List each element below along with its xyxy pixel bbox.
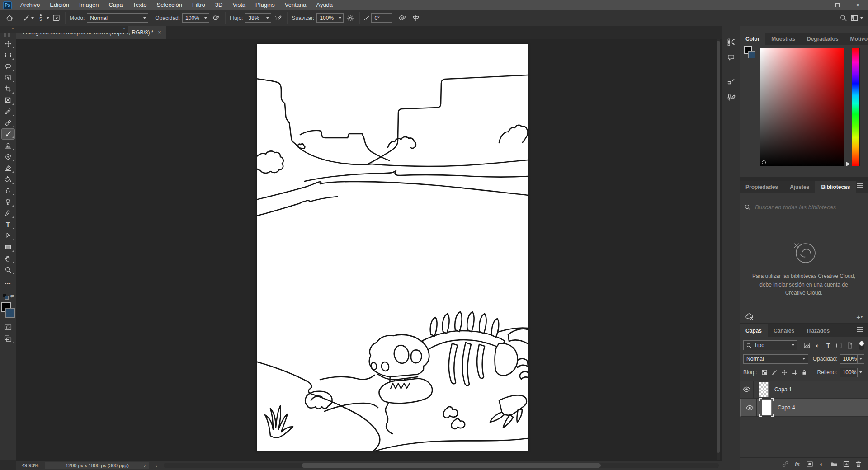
tab-motivos[interactable]: Motivos xyxy=(844,33,868,45)
layer-fill-select[interactable]: 100% xyxy=(840,368,858,377)
eraser-tool[interactable] xyxy=(1,162,15,174)
layer-name[interactable]: Capa 4 xyxy=(778,404,795,411)
layer-opacity-chevron[interactable] xyxy=(858,354,864,364)
menu-edicion[interactable]: Edición xyxy=(45,0,74,10)
tab-color[interactable]: Color xyxy=(740,33,765,45)
new-group-button[interactable] xyxy=(828,461,840,468)
menu-imagen[interactable]: Imagen xyxy=(74,0,104,10)
filter-pixel-layers-button[interactable] xyxy=(802,342,812,349)
layer-blend-mode-select[interactable]: Normal xyxy=(743,354,808,364)
restore-button[interactable] xyxy=(827,0,848,10)
blend-mode-select[interactable]: Normal xyxy=(87,13,141,23)
filter-shape-layers-button[interactable] xyxy=(834,342,844,349)
minimize-button[interactable] xyxy=(807,0,827,10)
zoom-level-field[interactable]: 49.93% xyxy=(22,463,45,468)
opacity-select[interactable]: 100% xyxy=(182,13,202,23)
artboard[interactable] xyxy=(257,44,528,451)
spot-healing-brush-tool[interactable] xyxy=(1,117,15,128)
object-selection-tool[interactable] xyxy=(1,72,15,83)
layer-fill-chevron[interactable] xyxy=(858,368,864,377)
default-swap-colors[interactable]: ⇄ xyxy=(2,294,14,300)
tab-canales[interactable]: Canales xyxy=(768,324,800,337)
pressure-opacity-button[interactable] xyxy=(209,12,223,24)
new-layer-button[interactable] xyxy=(840,461,852,468)
menu-texto[interactable]: Texto xyxy=(127,0,151,10)
layer-name[interactable]: Capa 1 xyxy=(774,386,792,393)
eyedropper-tool[interactable] xyxy=(1,106,15,117)
menu-capa[interactable]: Capa xyxy=(104,0,127,10)
path-selection-tool[interactable] xyxy=(1,230,15,241)
delete-layer-button[interactable] xyxy=(852,461,864,468)
tab-degradados[interactable]: Degradados xyxy=(801,33,844,45)
menu-3d[interactable]: 3D xyxy=(210,0,228,10)
menu-ventana[interactable]: Ventana xyxy=(280,0,311,10)
cloud-offline-icon[interactable] xyxy=(745,312,754,322)
background-color-swatch[interactable] xyxy=(748,51,755,58)
filter-type-layers-button[interactable]: T xyxy=(823,342,834,349)
link-layers-button[interactable] xyxy=(779,461,791,468)
chevron-right-icon[interactable]: › xyxy=(144,463,146,468)
paint-bucket-tool[interactable] xyxy=(1,174,15,185)
history-brush-tool[interactable] xyxy=(1,151,15,162)
brush-tool-preset-button[interactable] xyxy=(21,12,35,24)
tab-capas[interactable]: Capas xyxy=(740,324,768,337)
menu-seleccion[interactable]: Selección xyxy=(152,0,187,10)
zoom-tool[interactable] xyxy=(1,264,15,275)
edit-toolbar-button[interactable]: ••• xyxy=(1,278,15,289)
menu-archivo[interactable]: Archivo xyxy=(15,0,45,10)
vertical-scrollbar[interactable] xyxy=(717,39,720,460)
brush-tool[interactable] xyxy=(1,128,15,140)
menu-filtro[interactable]: Filtro xyxy=(187,0,210,10)
blend-mode-chevron[interactable] xyxy=(141,13,148,23)
brushes-panel-button[interactable] xyxy=(725,91,737,103)
lasso-tool[interactable] xyxy=(1,61,15,72)
tab-bibliotecas[interactable]: Bibliotecas xyxy=(815,181,856,193)
history-panel-button[interactable] xyxy=(725,36,737,48)
type-tool[interactable]: T xyxy=(1,219,15,230)
smoothing-options-button[interactable] xyxy=(344,12,357,24)
lock-all-button[interactable] xyxy=(799,369,809,376)
layer-filter-select[interactable]: Tipo xyxy=(743,340,797,350)
brush-settings-panel-button[interactable] xyxy=(725,76,737,88)
lock-transparency-button[interactable] xyxy=(760,369,769,376)
dodge-tool[interactable] xyxy=(1,196,15,207)
pen-tool[interactable] xyxy=(1,207,15,219)
layer-visibility-toggle[interactable] xyxy=(743,399,757,417)
horizontal-scrollbar[interactable] xyxy=(164,463,719,468)
tab-trazados[interactable]: Trazados xyxy=(800,324,835,337)
hand-tool[interactable] xyxy=(1,253,15,264)
tab-ajustes[interactable]: Ajustes xyxy=(784,181,815,193)
comments-panel-button[interactable] xyxy=(725,52,737,63)
menu-plugins[interactable]: Plugins xyxy=(250,0,280,10)
shape-tool[interactable] xyxy=(1,241,15,253)
lock-pixels-button[interactable] xyxy=(769,369,779,376)
libraries-panel-menu[interactable] xyxy=(857,181,868,193)
filter-adjustment-layers-button[interactable]: ◐ xyxy=(812,342,823,349)
chevron-left-icon[interactable]: ‹ xyxy=(156,463,157,468)
brush-size-preset[interactable]: 5 xyxy=(35,12,47,24)
airbrush-button[interactable] xyxy=(271,12,285,24)
new-adjustment-layer-button[interactable]: ◐ xyxy=(816,461,828,468)
brush-angle-input[interactable]: 0° xyxy=(371,13,392,23)
tools-grip[interactable] xyxy=(4,33,12,37)
layer-styles-button[interactable]: fx xyxy=(791,461,803,467)
saturation-brightness-field[interactable] xyxy=(760,48,844,166)
tab-close-icon[interactable]: × xyxy=(158,29,161,36)
layer-opacity-select[interactable]: 100% xyxy=(840,354,858,364)
marquee-tool[interactable] xyxy=(1,49,15,61)
color-field-cursor[interactable] xyxy=(762,160,766,164)
add-layer-mask-button[interactable] xyxy=(803,461,816,468)
crop-tool[interactable] xyxy=(1,83,15,94)
layer-row-capa-4[interactable]: Capa 4 xyxy=(740,399,868,417)
horizontal-scrollbar-thumb[interactable] xyxy=(302,463,601,468)
document-info-field[interactable]: 1200 px x 1800 px (300 ppp) › xyxy=(45,462,149,469)
screen-mode-button[interactable] xyxy=(1,333,15,344)
search-button[interactable] xyxy=(836,12,850,24)
vertical-scrollbar-thumb[interactable] xyxy=(717,41,720,453)
paint-symmetry-button[interactable] xyxy=(409,12,423,24)
tab-propiedades[interactable]: Propiedades xyxy=(740,181,784,193)
pressure-size-button[interactable] xyxy=(396,12,409,24)
lock-artboard-button[interactable] xyxy=(789,369,799,376)
frame-tool[interactable] xyxy=(1,94,15,106)
layers-panel-menu[interactable] xyxy=(857,324,868,337)
